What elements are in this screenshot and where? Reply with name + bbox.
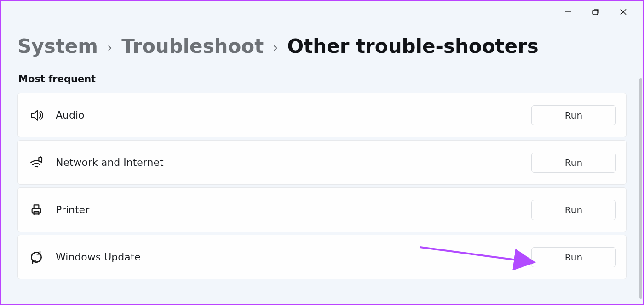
minimize-button[interactable] [561,5,575,19]
run-button[interactable]: Run [531,200,616,220]
scrollbar[interactable] [639,78,642,299]
troubleshooter-list: Audio Run Network and Internet Run [17,93,627,279]
troubleshooter-windows-update: Windows Update Run [17,235,627,279]
network-icon [28,154,45,171]
close-button[interactable] [616,5,630,19]
troubleshooter-label: Audio [56,109,531,121]
section-title: Most frequent [17,73,627,85]
run-button[interactable]: Run [531,247,616,267]
troubleshooter-label: Windows Update [56,251,531,263]
main-content: System › Troubleshoot › Other trouble-sh… [1,1,643,279]
breadcrumb-system[interactable]: System [17,37,98,56]
run-button[interactable]: Run [531,152,616,173]
svg-rect-7 [34,205,39,208]
breadcrumb-troubleshoot[interactable]: Troubleshoot [121,37,264,56]
svg-rect-1 [593,10,598,15]
update-icon [28,249,45,265]
audio-icon [28,107,45,124]
troubleshooter-label: Printer [56,204,531,215]
chevron-right-icon: › [107,41,112,54]
run-button[interactable]: Run [531,105,616,125]
chevron-right-icon: › [273,41,278,54]
window-controls [561,1,643,23]
breadcrumb-current: Other trouble-shooters [288,37,539,56]
troubleshooter-audio: Audio Run [17,93,627,137]
svg-rect-4 [39,157,42,161]
printer-icon [28,202,45,218]
troubleshooter-printer: Printer Run [17,187,627,232]
troubleshooter-label: Network and Internet [56,157,531,168]
breadcrumb: System › Troubleshoot › Other trouble-sh… [17,37,627,56]
troubleshooter-network: Network and Internet Run [17,140,627,185]
maximize-button[interactable] [589,5,603,19]
